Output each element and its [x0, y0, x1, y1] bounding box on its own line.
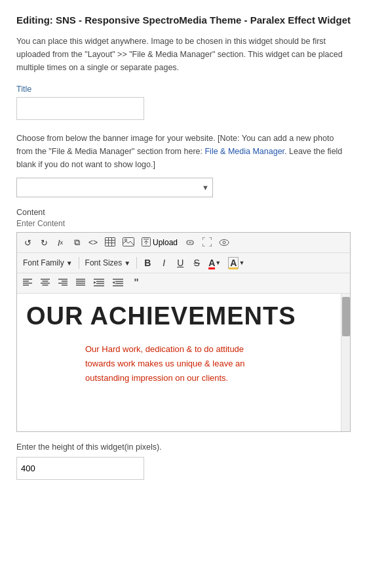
align-right-icon	[58, 279, 68, 288]
editor-scroll: OUR ACHIEVEMENTS Our Hard work, dedicati…	[17, 294, 350, 431]
highlight-chevron-icon: ▼	[239, 260, 244, 266]
bold-button[interactable]: B	[140, 256, 155, 270]
font-sizes-chevron-icon: ▼	[124, 260, 130, 267]
scrollbar-track[interactable]	[341, 294, 350, 431]
outdent-icon	[113, 279, 123, 288]
link-button[interactable]	[182, 235, 198, 250]
toolbar-separator-2	[136, 257, 137, 269]
italic-icon: I	[163, 258, 165, 268]
font-family-chevron-icon: ▼	[66, 260, 73, 267]
underline-icon: U	[177, 258, 184, 268]
title-input[interactable]	[16, 97, 144, 120]
height-input[interactable]	[16, 457, 144, 480]
font-color-a-icon: A	[208, 258, 215, 268]
scrollbar-thumb[interactable]	[342, 297, 350, 336]
upload-label: Upload	[153, 238, 178, 247]
toolbar-separator-1	[79, 257, 79, 269]
redo-button[interactable]: ↻	[37, 235, 51, 250]
fullscreen-button[interactable]	[200, 235, 214, 250]
font-color-bar	[208, 267, 215, 269]
image-button[interactable]	[120, 235, 137, 250]
upload-button[interactable]: Upload	[139, 235, 180, 250]
align-justify-icon	[76, 279, 85, 288]
preview-button[interactable]	[216, 235, 232, 250]
undo-icon: ↺	[24, 238, 31, 248]
table-button[interactable]	[102, 235, 118, 250]
description-text: You can place this widget anywhere. Imag…	[16, 35, 351, 74]
editor-body: Our Hard work, dedication & to do attitu…	[85, 342, 256, 385]
italic-button[interactable]: I	[157, 256, 171, 270]
indent-button[interactable]	[91, 276, 107, 290]
indent-icon	[94, 279, 104, 288]
font-family-label: Font Family	[23, 258, 64, 267]
svg-point-11	[223, 241, 225, 244]
svg-point-10	[220, 239, 229, 245]
align-center-button[interactable]	[38, 276, 52, 290]
fullscreen-icon	[203, 237, 212, 248]
height-label: Enter the height of this widget(in pixel…	[16, 442, 351, 452]
italic-clear-button[interactable]: Ix	[53, 235, 68, 250]
svg-rect-0	[106, 237, 115, 246]
upload-icon	[142, 237, 151, 248]
underline-button[interactable]: U	[173, 256, 187, 270]
copy-icon: ⧉	[74, 237, 80, 248]
align-justify-button[interactable]	[73, 276, 88, 290]
table-icon	[105, 237, 115, 248]
svg-point-6	[125, 239, 127, 241]
align-left-icon	[23, 279, 32, 288]
highlight-a-icon: A	[228, 257, 239, 269]
align-right-button[interactable]	[56, 276, 70, 290]
eye-icon	[219, 238, 229, 248]
font-sizes-label: Font Sizes	[85, 258, 123, 267]
font-color-chevron-icon: ▼	[215, 260, 221, 266]
link-icon	[185, 238, 195, 248]
undo-button[interactable]: ↺	[20, 235, 35, 250]
image-icon	[123, 237, 134, 248]
font-sizes-button[interactable]: Font Sizes ▼	[83, 256, 134, 270]
font-family-button[interactable]: Font Family ▼	[20, 256, 75, 270]
blockquote-icon: "	[134, 277, 139, 289]
code-button[interactable]: <>	[86, 235, 100, 250]
toolbar-row2: Font Family ▼ Font Sizes ▼ B I U S A ▼	[17, 253, 350, 273]
editor-heading: OUR ACHIEVEMENTS	[26, 302, 332, 332]
editor-content[interactable]: OUR ACHIEVEMENTS Our Hard work, dedicati…	[17, 294, 341, 431]
font-color-button[interactable]: A ▼	[206, 256, 223, 270]
align-center-icon	[41, 279, 50, 288]
bold-icon: B	[144, 258, 151, 268]
toolbar-row1: ↺ ↻ Ix ⧉ <>	[17, 233, 350, 253]
highlight-color-bar	[229, 267, 238, 269]
code-icon: <>	[88, 238, 98, 247]
banner-select[interactable]	[16, 178, 213, 197]
banner-description: Choose from below the banner image for y…	[16, 132, 351, 171]
toolbar-row3: "	[17, 273, 350, 294]
redo-icon: ↻	[41, 238, 48, 248]
strikethrough-button[interactable]: S	[189, 256, 204, 270]
page-title: Editing: SNS - Responsive SpectroMedia T…	[16, 13, 351, 27]
title-label: Title	[16, 85, 351, 94]
enter-content-label: Enter Content	[16, 219, 351, 228]
blockquote-button[interactable]: "	[129, 276, 144, 290]
strikethrough-icon: S	[194, 258, 200, 268]
highlight-color-button[interactable]: A ▼	[225, 256, 247, 270]
file-media-manager-link[interactable]: File & Media Manager	[204, 147, 284, 156]
copy-button[interactable]: ⧉	[69, 235, 84, 250]
outdent-button[interactable]	[110, 276, 126, 290]
content-label: Content	[16, 208, 351, 217]
banner-select-wrapper: ▼	[16, 178, 213, 197]
editor-wrapper: ↺ ↻ Ix ⧉ <>	[16, 232, 351, 432]
align-left-button[interactable]	[20, 276, 35, 290]
